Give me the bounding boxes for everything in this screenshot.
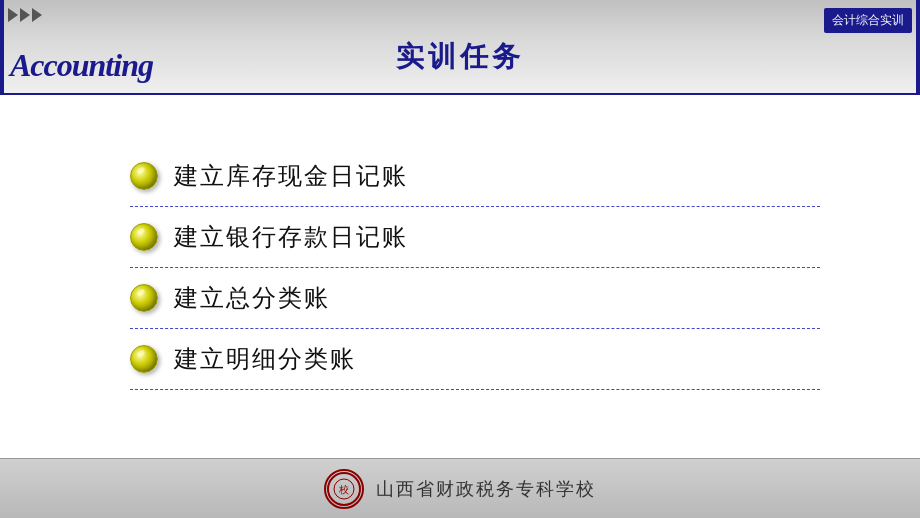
item-text-4: 建立明细分类账 <box>174 343 356 375</box>
top-bar: Accounting 实训任务 会计综合实训 <box>0 0 920 95</box>
footer-bar: 校 山西省财政税务专科学校 <box>0 458 920 518</box>
slide-container: Accounting 实训任务 会计综合实训 建立库存现金日记账 建立银行存款日… <box>0 0 920 518</box>
logo-area: Accounting <box>0 35 150 95</box>
title-area: 实训任务 <box>150 38 770 76</box>
arrow-3[interactable] <box>32 8 42 22</box>
item-text-1: 建立库存现金日记账 <box>174 160 408 192</box>
bullet-icon-3 <box>130 284 158 312</box>
list-item: 建立库存现金日记账 <box>130 160 820 207</box>
content-area: 建立库存现金日记账 建立银行存款日记账 建立总分类账 建立明细分类账 <box>0 95 920 458</box>
right-accent <box>916 0 920 95</box>
bullet-icon-4 <box>130 345 158 373</box>
list-item: 建立银行存款日记账 <box>130 221 820 268</box>
bullet-icon-2 <box>130 223 158 251</box>
item-text-3: 建立总分类账 <box>174 282 330 314</box>
list-item: 建立总分类账 <box>130 282 820 329</box>
footer-seal: 校 <box>324 469 364 509</box>
arrow-1[interactable] <box>8 8 18 22</box>
svg-text:校: 校 <box>338 484 349 495</box>
main-title: 实训任务 <box>396 41 524 72</box>
list-item: 建立明细分类账 <box>130 343 820 390</box>
nav-arrows[interactable] <box>8 8 42 22</box>
item-text-2: 建立银行存款日记账 <box>174 221 408 253</box>
badge-top-right: 会计综合实训 <box>824 8 912 33</box>
footer-text: 山西省财政税务专科学校 <box>376 477 596 501</box>
arrow-2[interactable] <box>20 8 30 22</box>
logo-text: Accounting <box>10 47 153 84</box>
bullet-icon-1 <box>130 162 158 190</box>
